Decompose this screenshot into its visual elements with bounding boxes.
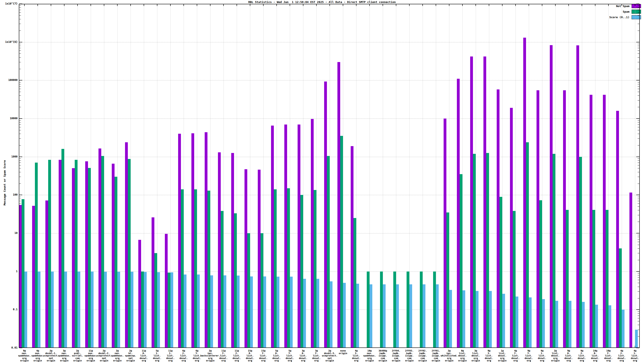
y-tick-minor-right (638, 235, 639, 235)
y-tick-major-right (636, 195, 639, 195)
y-gridline (19, 80, 640, 80)
x-tick-top (449, 4, 450, 6)
bar-spam (247, 233, 250, 348)
bar-spam (300, 195, 303, 348)
y-tick-minor-left (19, 163, 21, 163)
bar-not-spam (576, 45, 579, 348)
bar-spam (234, 213, 237, 348)
bar-spam (154, 253, 157, 348)
y-tick-minor-left (19, 130, 21, 130)
y-tick-minor-left (19, 5, 21, 6)
x-tick-top (369, 4, 370, 6)
y-tick-minor-right (638, 7, 639, 8)
x-tick-top (130, 4, 131, 6)
x-tick-top (197, 4, 197, 6)
y-tick-minor-left (19, 160, 21, 161)
y-tick-minor-right (638, 291, 639, 292)
y-gridline (19, 118, 640, 119)
y-tick-minor-right (638, 280, 639, 280)
bar-spam (354, 218, 356, 348)
bar-spam (380, 272, 383, 348)
bar-not-spam (284, 124, 287, 348)
bar-spam (473, 154, 476, 348)
x-tick-top (170, 4, 171, 6)
y-tick-minor-left (19, 92, 21, 92)
bar-spam (513, 211, 516, 348)
bar-score (250, 276, 253, 348)
legend-swatch-spam (632, 10, 641, 14)
bar-spam (420, 272, 422, 348)
y-tick-major-left (19, 118, 22, 119)
y-tick-minor-right (638, 336, 639, 337)
legend-entry-spam: Spam (609, 10, 641, 13)
x-tick-top (303, 4, 303, 6)
bar-not-spam (457, 79, 460, 348)
x-tick-top (51, 4, 51, 6)
bar-score (290, 277, 293, 348)
y-tick-label: 100 (1, 193, 18, 196)
x-tick-top (343, 4, 343, 6)
y-tick-major-left (19, 157, 22, 157)
y-tick-label: 0.01 (1, 346, 18, 349)
y-tick-minor-right (638, 197, 639, 197)
y-tick-minor-left (19, 89, 21, 89)
bar-not-spam (218, 152, 221, 348)
bar-score (383, 284, 386, 348)
bar-score (316, 279, 319, 348)
x-tick-top (555, 4, 556, 6)
bar-not-spam (550, 45, 552, 348)
y-tick-minor-right (638, 124, 639, 125)
y-tick-minor-right (638, 127, 639, 127)
y-tick-minor-right (638, 277, 639, 278)
bar-spam (526, 142, 529, 348)
y-tick-minor-left (19, 124, 21, 125)
legend-label: Score (0..1) (609, 16, 630, 19)
x-tick-top (210, 4, 210, 6)
y-tick-minor-right (638, 86, 639, 86)
bar-spam (579, 157, 582, 348)
y-tick-minor-left (19, 177, 21, 177)
y-tick-minor-right (638, 330, 639, 330)
y-tick-minor-right (638, 92, 639, 92)
y-tick-minor-right (638, 69, 639, 69)
y-tick-minor-right (638, 138, 639, 139)
y-tick-minor-left (19, 82, 21, 82)
bar-not-spam (165, 234, 168, 348)
bar-score (436, 284, 439, 348)
bar-not-spam (205, 132, 208, 348)
legend-swatch-not_spam (632, 4, 641, 8)
bar-score (370, 284, 372, 348)
y-tick-minor-left (19, 134, 21, 134)
legend-entry-not_spam: Not Spam (609, 4, 641, 8)
y-tick-label: 1 (1, 270, 18, 273)
y-tick-minor-left (19, 120, 21, 120)
y-tick-minor-left (19, 19, 21, 19)
y-tick-minor-right (638, 95, 639, 96)
x-gridline (542, 4, 542, 348)
y-tick-label: 1x10^{7} (1, 2, 18, 5)
y-tick-minor-left (19, 53, 21, 54)
legend: Not SpamSpamScore (0..1) (609, 4, 641, 21)
bar-spam (592, 210, 595, 348)
y-tick-major-left (19, 195, 22, 195)
y-tick-minor-left (19, 30, 21, 31)
y-tick-minor-right (638, 12, 639, 13)
bar-score (170, 272, 173, 348)
bar-spam (566, 210, 569, 348)
bar-spam (287, 188, 290, 348)
bar-spam (539, 200, 542, 348)
y-tick-label: 1x10^{6} (1, 40, 18, 43)
bar-spam (194, 189, 197, 348)
bar-not-spam (231, 153, 234, 348)
bar-score (210, 275, 213, 348)
bar-not-spam (244, 169, 247, 348)
bar-not-spam (484, 56, 486, 348)
legend-label: Not Spam (616, 4, 630, 8)
y-tick-minor-right (638, 283, 639, 283)
y-tick-minor-left (19, 62, 21, 62)
bar-not-spam (536, 90, 539, 348)
y-tick-minor-right (638, 237, 639, 237)
bar-score (396, 284, 399, 348)
y-tick-label: 1000 (1, 155, 18, 158)
y-tick-minor-right (638, 15, 639, 16)
